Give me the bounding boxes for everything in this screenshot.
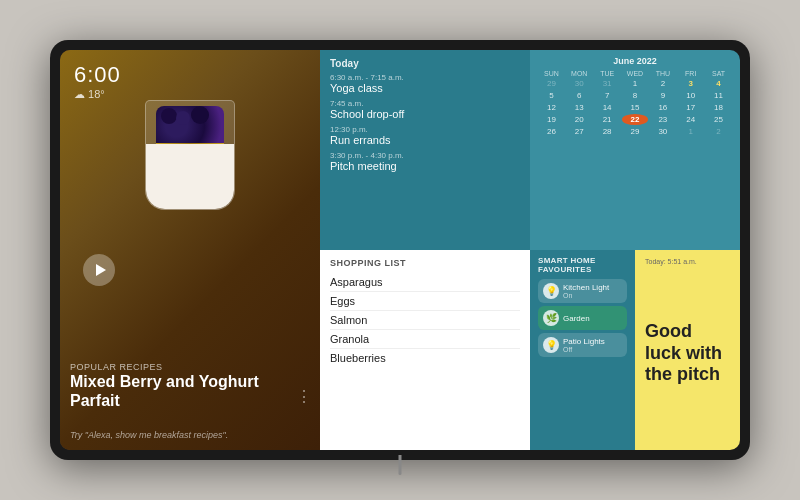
- cal-day[interactable]: 29: [622, 126, 649, 137]
- cal-day[interactable]: 2: [649, 78, 676, 89]
- device-status-0: On: [563, 292, 622, 299]
- device-icon-0: 💡: [543, 283, 559, 299]
- cal-day[interactable]: 7: [594, 90, 621, 101]
- more-options-icon[interactable]: ⋮: [296, 389, 312, 405]
- schedule-time-2: 12:30 p.m.: [330, 125, 520, 134]
- sticky-time: Today: 5:51 a.m.: [645, 258, 730, 265]
- cal-day[interactable]: 13: [566, 102, 593, 113]
- clock-time: 6:00: [74, 62, 121, 88]
- schedule-event-1: School drop-off: [330, 108, 520, 120]
- recipe-category: Popular Recipes: [70, 362, 310, 372]
- cal-day[interactable]: 25: [705, 114, 732, 125]
- device-name-2: Patio Lights: [563, 337, 622, 346]
- cal-dow-0: SUN: [538, 70, 565, 77]
- device-icon-1: 🌿: [543, 310, 559, 326]
- cal-day[interactable]: 1: [677, 126, 704, 137]
- cal-day[interactable]: 21: [594, 114, 621, 125]
- schedule-event-0: Yoga class: [330, 82, 520, 94]
- cal-dow-5: FRI: [677, 70, 704, 77]
- cal-day[interactable]: 17: [677, 102, 704, 113]
- smart-home-title: Smart Home Favourites: [538, 256, 627, 274]
- device-name-0: Kitchen Light: [563, 283, 622, 292]
- schedule-panel: Today 6:30 a.m. - 7:15 a.m. Yoga class 7…: [320, 50, 530, 250]
- cal-day[interactable]: 30: [649, 126, 676, 137]
- cal-day[interactable]: 29: [538, 78, 565, 89]
- cal-day[interactable]: 14: [594, 102, 621, 113]
- cal-day[interactable]: 27: [566, 126, 593, 137]
- cal-dow-1: MON: [566, 70, 593, 77]
- schedule-time-0: 6:30 a.m. - 7:15 a.m.: [330, 73, 520, 82]
- cal-day[interactable]: 22: [622, 114, 649, 125]
- play-button[interactable]: [83, 254, 115, 286]
- shopping-list-panel: Shopping List Asparagus Eggs Salmon Gran…: [320, 250, 530, 450]
- cal-dow-6: SAT: [705, 70, 732, 77]
- recipe-cta: Try "Alexa, show me breakfast recipes".: [70, 430, 228, 440]
- cal-day[interactable]: 20: [566, 114, 593, 125]
- device-name-1: Garden: [563, 314, 622, 323]
- cal-day[interactable]: 9: [649, 90, 676, 101]
- list-item-4[interactable]: Blueberries: [330, 349, 520, 367]
- cal-day[interactable]: 31: [594, 78, 621, 89]
- cal-day[interactable]: 23: [649, 114, 676, 125]
- schedule-item-0[interactable]: 6:30 a.m. - 7:15 a.m. Yoga class: [330, 73, 520, 94]
- cal-day[interactable]: 18: [705, 102, 732, 113]
- schedule-event-3: Pitch meeting: [330, 160, 520, 172]
- cal-day[interactable]: 11: [705, 90, 732, 101]
- sticky-text: Good luck with the pitch: [645, 265, 730, 442]
- sticky-note[interactable]: Today: 5:51 a.m. Good luck with the pitc…: [635, 250, 740, 450]
- device-screen: 6:00 ☁ 18°: [60, 50, 740, 450]
- shopping-list-title: Shopping List: [330, 258, 520, 268]
- cal-dow-2: TUE: [594, 70, 621, 77]
- cal-day[interactable]: 1: [622, 78, 649, 89]
- cal-day[interactable]: 28: [594, 126, 621, 137]
- cal-day[interactable]: 15: [622, 102, 649, 113]
- cal-day[interactable]: 8: [622, 90, 649, 101]
- cal-day[interactable]: 3: [677, 78, 704, 89]
- calendar-title: June 2022: [538, 56, 732, 66]
- device-icon-2: 💡: [543, 337, 559, 353]
- clock-weather: ☁ 18°: [74, 88, 121, 101]
- right-bottom: Smart Home Favourites 💡 Kitchen Light On…: [530, 250, 740, 450]
- list-item-2[interactable]: Salmon: [330, 311, 520, 330]
- schedule-time-1: 7:45 a.m.: [330, 99, 520, 108]
- device-0[interactable]: 💡 Kitchen Light On: [538, 279, 627, 303]
- power-cord: [399, 455, 402, 475]
- cal-day[interactable]: 5: [538, 90, 565, 101]
- device-status-2: Off: [563, 346, 622, 353]
- cal-day[interactable]: 2: [705, 126, 732, 137]
- schedule-item-1[interactable]: 7:45 a.m. School drop-off: [330, 99, 520, 120]
- cal-day[interactable]: 30: [566, 78, 593, 89]
- list-item-1[interactable]: Eggs: [330, 292, 520, 311]
- device-outer: 6:00 ☁ 18°: [50, 40, 750, 460]
- schedule-time-3: 3:30 p.m. - 4:30 p.m.: [330, 151, 520, 160]
- cal-day[interactable]: 4: [705, 78, 732, 89]
- device-1[interactable]: 🌿 Garden: [538, 306, 627, 330]
- calendar-panel: June 2022 SUN MON TUE WED THU FRI SAT 29…: [530, 50, 740, 250]
- cal-day[interactable]: 12: [538, 102, 565, 113]
- list-item-0[interactable]: Asparagus: [330, 273, 520, 292]
- cal-day[interactable]: 16: [649, 102, 676, 113]
- cal-day[interactable]: 19: [538, 114, 565, 125]
- device-2[interactable]: 💡 Patio Lights Off: [538, 333, 627, 357]
- schedule-title: Today: [330, 58, 520, 69]
- cal-dow-4: THU: [649, 70, 676, 77]
- cal-day[interactable]: 6: [566, 90, 593, 101]
- left-panel[interactable]: 6:00 ☁ 18°: [60, 50, 320, 450]
- cal-dow-3: WED: [622, 70, 649, 77]
- recipe-title: Mixed Berry and Yoghurt Parfait: [70, 372, 310, 410]
- smart-home-panel: Smart Home Favourites 💡 Kitchen Light On…: [530, 250, 635, 450]
- cal-day[interactable]: 24: [677, 114, 704, 125]
- list-item-3[interactable]: Granola: [330, 330, 520, 349]
- schedule-event-2: Run errands: [330, 134, 520, 146]
- schedule-item-3[interactable]: 3:30 p.m. - 4:30 p.m. Pitch meeting: [330, 151, 520, 172]
- cal-day[interactable]: 26: [538, 126, 565, 137]
- cal-day[interactable]: 10: [677, 90, 704, 101]
- schedule-item-2[interactable]: 12:30 p.m. Run errands: [330, 125, 520, 146]
